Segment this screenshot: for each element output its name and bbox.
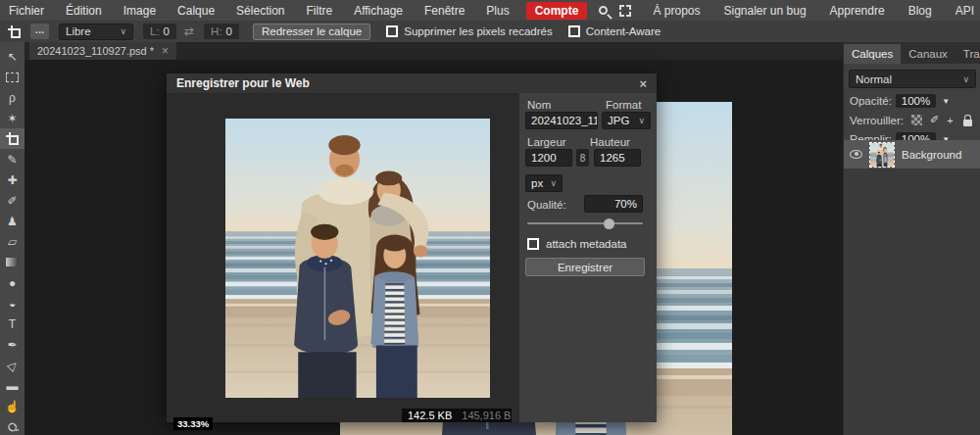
tab-calques[interactable]: Calques (844, 44, 901, 64)
layer-thumbnail[interactable] (870, 143, 894, 167)
quality-slider[interactable] (527, 222, 643, 224)
pen-tool[interactable]: ✒ (0, 334, 24, 355)
hand-tool[interactable]: ☝ (0, 396, 24, 416)
menu-blog[interactable]: Blog (908, 4, 932, 18)
crop-tool-icon (8, 25, 21, 38)
tool-more-options-button[interactable]: ... (30, 24, 49, 39)
lock-row: Verrouiller: ✐ + (850, 114, 980, 126)
dialog-preview-area[interactable] (167, 93, 519, 422)
opacity-value[interactable]: 100% (896, 94, 936, 108)
width-label: L: (150, 25, 160, 37)
tab-canaux[interactable]: Canaux (901, 44, 956, 64)
quality-slider-thumb[interactable] (604, 218, 614, 229)
hauteur-label: Hauteur (590, 136, 630, 148)
swap-dimensions-icon[interactable]: ⇄ (184, 24, 194, 38)
largeur-label: Largeur (527, 136, 566, 148)
filename-input[interactable]: 20241023_1109 (525, 112, 598, 129)
tools-toolbar: ↖ ρ ✶ ✎ ✚ ✐ ♟ ▱ ● ◒ T ✒ ▷ ▬ ☝ Q (0, 42, 24, 435)
file-size-kb: 142.5 KB (408, 410, 452, 421)
crop-preset-select[interactable]: Libre ∨ (59, 24, 133, 40)
path-select-tool[interactable]: ▷ (0, 355, 24, 375)
type-tool[interactable]: T (0, 314, 24, 334)
dialog-close-icon[interactable]: × (639, 76, 647, 91)
largeur-input[interactable]: 1200 (525, 149, 572, 167)
preview-zoom-level: 33.33% (173, 417, 213, 430)
menu-api[interactable]: API (956, 4, 974, 18)
menu-a-propos[interactable]: À propos (653, 4, 700, 18)
width-field[interactable]: L: 0 (143, 24, 176, 39)
search-button[interactable] (599, 6, 608, 15)
attach-metadata-checkbox[interactable] (527, 238, 539, 250)
menu-image[interactable]: Image (113, 4, 167, 18)
menu-affichage[interactable]: Affichage (343, 4, 414, 18)
pen-icon: ✒ (7, 338, 17, 352)
attach-metadata-option[interactable]: attach metadata (527, 238, 626, 250)
layers-panel: Calques Canaux Tracés Normal ∨ Opacité: … (843, 42, 980, 435)
tab-traces[interactable]: Tracés (956, 44, 980, 64)
hauteur-input[interactable]: 1265 (594, 149, 641, 167)
menu-fichier[interactable]: Fichier (9, 4, 55, 18)
account-button[interactable]: Compte (526, 2, 588, 20)
eraser-tool[interactable]: ▱ (0, 231, 24, 252)
eyedropper-tool[interactable]: ✎ (0, 149, 24, 169)
dodge-tool[interactable]: ◒ (0, 293, 24, 314)
fullscreen-icon (619, 5, 631, 17)
healing-brush-icon: ✚ (7, 173, 17, 187)
quality-input[interactable]: 70% (584, 195, 643, 213)
height-field[interactable]: H: 0 (204, 24, 239, 39)
menu-apprendre[interactable]: Apprendre (830, 4, 885, 18)
lock-position-icon[interactable]: + (947, 115, 953, 126)
blur-icon: ● (9, 276, 16, 290)
unit-value: px (531, 177, 543, 189)
lock-transparency-icon[interactable] (911, 115, 922, 125)
magic-wand-tool[interactable]: ✶ (0, 108, 24, 128)
menu-selection[interactable]: Sélection (225, 4, 295, 18)
healing-brush-tool[interactable]: ✚ (0, 169, 24, 190)
move-tool[interactable]: ↖ (0, 46, 24, 67)
clone-stamp-tool[interactable]: ♟ (0, 211, 24, 231)
layer-visibility-icon[interactable] (850, 150, 862, 159)
menu-plus[interactable]: Plus (475, 4, 519, 18)
menu-right-group: À propos Signaler un bug Apprendre Blog … (653, 4, 974, 18)
menu-edition[interactable]: Édition (55, 4, 113, 18)
file-size-bytes: 145,916 B (462, 410, 511, 421)
tab-close-icon[interactable]: × (162, 44, 169, 58)
lock-paint-icon[interactable]: ✐ (930, 114, 939, 126)
lock-all-icon[interactable] (963, 120, 972, 126)
menu-calque[interactable]: Calque (167, 4, 225, 18)
delete-cropped-pixels-checkbox[interactable] (386, 25, 398, 37)
crop-tool[interactable] (0, 128, 24, 149)
dialog-title: Enregistrer pour le Web (176, 76, 310, 90)
menu-filtre[interactable]: Filtre (295, 4, 343, 18)
blur-tool[interactable]: ● (0, 272, 24, 293)
chevron-down-icon: ∨ (638, 116, 645, 125)
shape-tool[interactable]: ▬ (0, 375, 24, 396)
gradient-tool[interactable] (0, 252, 24, 272)
content-aware-checkbox[interactable] (568, 25, 580, 37)
layer-row-background[interactable]: Background (844, 140, 980, 169)
dialog-title-bar[interactable]: Enregistrer pour le Web × (167, 73, 657, 93)
zoom-tool[interactable]: Q (0, 416, 24, 435)
blend-mode-select[interactable]: Normal ∨ (849, 70, 976, 88)
lasso-tool[interactable]: ρ (0, 87, 24, 108)
triangle-down-icon[interactable]: ▼ (942, 97, 950, 106)
unit-select[interactable]: px ∨ (525, 174, 563, 192)
delete-cropped-pixels-option[interactable]: Supprimer les pixels recadrés (386, 25, 552, 37)
delete-cropped-pixels-label: Supprimer les pixels recadrés (404, 25, 552, 37)
marquee-select-tool[interactable] (0, 67, 24, 87)
brush-tool[interactable]: ✐ (0, 190, 24, 211)
content-aware-option[interactable]: Content-Aware (568, 25, 662, 37)
document-tab[interactable]: 20241023_110927.psd * × (29, 42, 176, 60)
menu-signaler-bug[interactable]: Signaler un bug (724, 4, 807, 18)
save-button[interactable]: Enregistrer (525, 258, 645, 276)
content-aware-label: Content-Aware (586, 25, 662, 37)
crop-icon (6, 132, 19, 145)
link-dimensions-icon[interactable]: 8 (576, 149, 589, 167)
chevron-down-icon: ∨ (962, 74, 969, 84)
menu-fenetre[interactable]: Fenêtre (414, 4, 475, 18)
format-select[interactable]: JPG ∨ (602, 112, 651, 129)
fullscreen-button[interactable] (619, 5, 631, 17)
zoom-icon: Q (4, 418, 21, 435)
magic-wand-icon: ✶ (7, 112, 17, 125)
straighten-layer-button[interactable]: Redresser le calque (253, 24, 370, 40)
